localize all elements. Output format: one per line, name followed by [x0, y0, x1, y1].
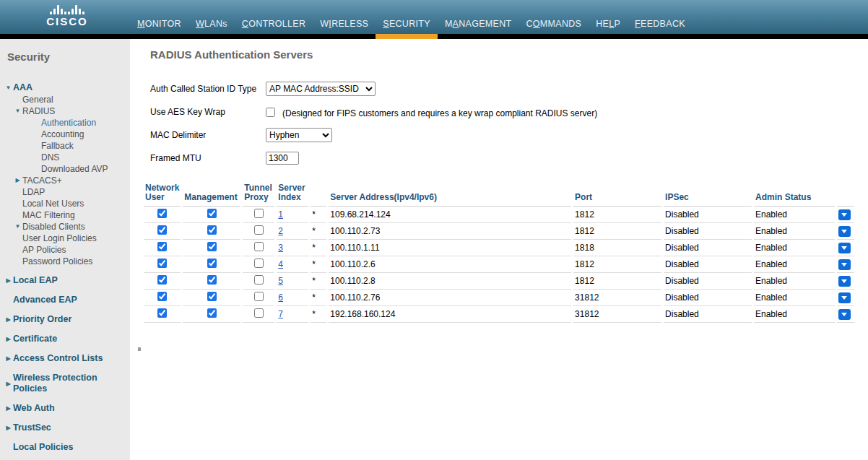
sidebar-item-label: MAC Filtering: [22, 210, 127, 220]
server-index-link[interactable]: 6: [278, 292, 283, 303]
server-index-link[interactable]: 1: [278, 209, 283, 220]
sidebar-item-label: Local Net Users: [22, 199, 127, 209]
tunnel-proxy-checkbox[interactable]: [254, 209, 264, 218]
network-user-checkbox[interactable]: [157, 259, 167, 268]
network-user-checkbox[interactable]: [157, 209, 167, 218]
server-index-link[interactable]: 4: [278, 259, 283, 269]
sidebar-item-priority-order[interactable]: ▶ Priority Order: [0, 313, 130, 326]
sidebar-item-tacacs-[interactable]: ▶ TACACS+: [0, 175, 130, 186]
sidebar-item-general[interactable]: General: [0, 94, 130, 105]
sidebar-item-local-eap[interactable]: ▶ Local EAP: [0, 274, 130, 287]
sidebar-item-label: LDAP: [22, 187, 127, 197]
management-checkbox[interactable]: [207, 225, 217, 235]
network-user-checkbox[interactable]: [157, 275, 167, 285]
sidebar-item-certificate[interactable]: ▶ Certificate: [0, 333, 130, 345]
server-index-link[interactable]: 3: [278, 243, 283, 253]
star-marker: *: [312, 243, 316, 253]
chevron-down-icon: [841, 263, 847, 266]
sidebar-item-downloaded-avp[interactable]: Downloaded AVP: [0, 163, 130, 175]
management-checkbox[interactable]: [207, 275, 217, 285]
nav-tab-commands[interactable]: COMMANDS: [526, 19, 581, 29]
sidebar-item-radius[interactable]: ▼ RADIUS: [0, 105, 130, 117]
tunnel-proxy-checkbox[interactable]: [254, 308, 264, 318]
nav-tab-wlans[interactable]: WLANs: [196, 19, 227, 29]
nav-tab-feedback[interactable]: FEEDBACK: [635, 19, 685, 29]
sidebar-item-local-net-users[interactable]: Local Net Users: [0, 198, 130, 209]
tunnel-proxy-checkbox[interactable]: [254, 275, 264, 285]
sidebar-resize-handle[interactable]: [138, 347, 141, 351]
network-user-checkbox[interactable]: [157, 225, 167, 235]
sidebar-item-label: Wireless Protection Policies: [13, 373, 127, 394]
tunnel-proxy-checkbox[interactable]: [254, 259, 264, 268]
row-actions-dropdown-button[interactable]: [838, 243, 851, 253]
auth-called-station-select[interactable]: AP MAC Address:SSID: [266, 82, 376, 96]
management-checkbox[interactable]: [207, 209, 217, 218]
sidebar-item-ldap[interactable]: LDAP: [0, 186, 130, 198]
sidebar-item-authentication[interactable]: Authentication: [0, 117, 130, 129]
main-nav: MONITORWLANsCONTROLLERWIRELESSSECURITYMA…: [137, 19, 685, 29]
ipsec-status: Disabled: [665, 209, 699, 220]
sidebar-item-web-auth[interactable]: ▶ Web Auth: [0, 402, 130, 415]
row-actions-dropdown-button[interactable]: [838, 276, 851, 287]
row-actions-dropdown-button[interactable]: [838, 209, 851, 220]
server-row: 5 * 100.110.2.8 1812 Disabled Enabled: [144, 273, 854, 290]
management-checkbox[interactable]: [207, 308, 217, 318]
sidebar-item-local-policies[interactable]: Local Policies: [0, 441, 130, 454]
server-port: 1818: [575, 243, 594, 253]
server-index-link[interactable]: 2: [278, 226, 283, 236]
row-actions-dropdown-button[interactable]: [838, 226, 851, 237]
server-address: 100.110.2.8: [330, 276, 376, 286]
nav-tab-help[interactable]: HELP: [596, 19, 620, 29]
tunnel-proxy-checkbox[interactable]: [254, 242, 264, 251]
aes-key-wrap-checkbox[interactable]: [266, 108, 275, 117]
tree-arrow-icon: ▶: [4, 275, 13, 286]
sidebar-item-label: Accounting: [41, 129, 127, 139]
nav-tab-management[interactable]: MANAGEMENT: [445, 19, 512, 29]
nav-tab-monitor[interactable]: MONITOR: [137, 19, 181, 29]
sidebar-item-dns[interactable]: DNS: [0, 152, 130, 163]
sidebar-item-trustsec[interactable]: ▶ TrustSec: [0, 422, 130, 434]
sidebar-item-mac-filtering[interactable]: MAC Filtering: [0, 209, 130, 221]
nav-tab-wireless[interactable]: WIRELESS: [320, 19, 368, 29]
tree-arrow-icon: ▼: [13, 106, 22, 116]
sidebar-item-access-control-lists[interactable]: ▶ Access Control Lists: [0, 352, 130, 365]
star-marker: *: [312, 276, 316, 286]
col-management: Management: [183, 182, 240, 207]
sidebar-item-disabled-clients[interactable]: ▼ Disabled Clients: [0, 221, 130, 233]
management-checkbox[interactable]: [207, 292, 217, 301]
sidebar-item-aaa[interactable]: ▼ AAA: [0, 82, 130, 94]
sidebar-item-ap-policies[interactable]: AP Policies: [0, 244, 130, 256]
server-index-link[interactable]: 5: [278, 276, 283, 286]
sidebar-item-user-login-policies[interactable]: User Login Policies: [0, 233, 130, 244]
nav-tab-controller[interactable]: CONTROLLER: [242, 19, 305, 29]
server-port: 1812: [575, 276, 594, 286]
nav-tab-security[interactable]: SECURITY: [383, 19, 430, 29]
server-row: 2 * 100.110.2.73 1812 Disabled Enabled: [144, 223, 854, 240]
network-user-checkbox[interactable]: [157, 242, 167, 251]
management-checkbox[interactable]: [207, 259, 217, 268]
ipsec-status: Disabled: [665, 309, 699, 319]
row-actions-dropdown-button[interactable]: [838, 292, 851, 303]
star-marker: *: [312, 226, 316, 236]
sidebar-item-advanced-eap[interactable]: Advanced EAP: [0, 294, 130, 306]
sidebar-item-label: Local Policies: [13, 442, 127, 453]
server-address: 100.110.2.6: [330, 259, 376, 269]
mac-delimiter-select[interactable]: Hyphen: [266, 128, 332, 142]
network-user-checkbox[interactable]: [157, 292, 167, 301]
tunnel-proxy-checkbox[interactable]: [254, 225, 264, 235]
row-actions-dropdown-button[interactable]: [838, 259, 851, 270]
framed-mtu-input[interactable]: [266, 152, 299, 165]
management-checkbox[interactable]: [207, 242, 217, 251]
sidebar-item-wireless-protection-policies[interactable]: ▶ Wireless Protection Policies: [0, 372, 130, 395]
network-user-checkbox[interactable]: [157, 308, 167, 318]
server-address: 192.168.160.124: [330, 309, 395, 319]
cisco-logo-bars-icon: [41, 4, 93, 14]
tunnel-proxy-checkbox[interactable]: [254, 292, 264, 301]
server-index-link[interactable]: 7: [278, 309, 283, 319]
sidebar-item-accounting[interactable]: Accounting: [0, 129, 130, 140]
sidebar-item-fallback[interactable]: Fallback: [0, 140, 130, 152]
row-actions-dropdown-button[interactable]: [838, 309, 851, 320]
chevron-down-icon: [841, 230, 847, 233]
sidebar-item-password-policies[interactable]: Password Policies: [0, 256, 130, 267]
star-marker: *: [312, 259, 316, 269]
